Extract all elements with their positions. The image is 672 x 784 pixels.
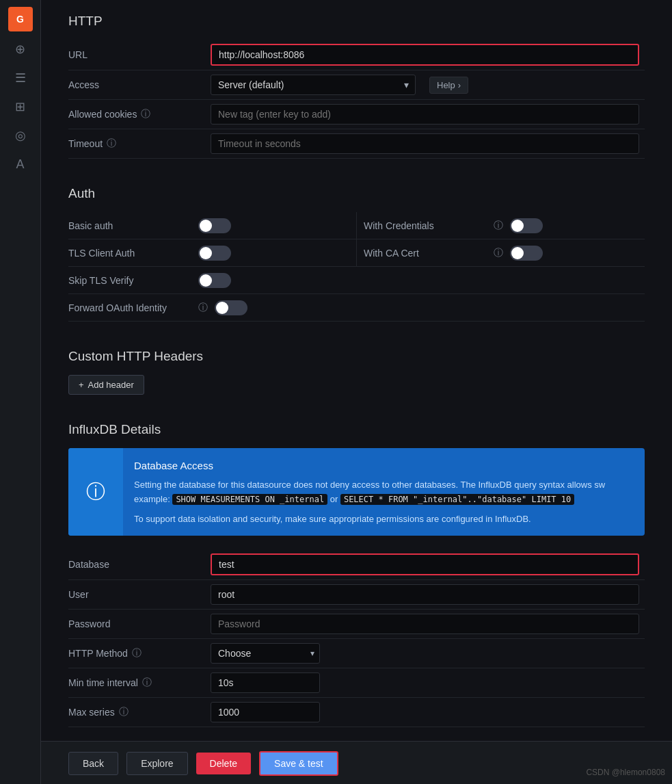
http-method-select[interactable]: Choose GET POST	[211, 643, 320, 664]
access-label: Access	[68, 74, 205, 96]
user-control	[205, 580, 645, 609]
access-control: Server (default) Browser Help ›	[205, 70, 645, 99]
timeout-info-icon[interactable]: ⓘ	[107, 138, 116, 150]
sidebar: G ⊕ ☰ ⊞ ◎ A	[0, 0, 41, 784]
sidebar-icon-menu[interactable]: ☰	[10, 67, 31, 89]
timeout-row: Timeout ⓘ	[68, 129, 645, 159]
password-label: Password	[68, 613, 205, 635]
basic-auth-label: Basic auth	[68, 220, 191, 231]
max-series-label: Max series ⓘ	[68, 701, 205, 724]
auth-row-1: Basic auth With Credentials ⓘ	[68, 212, 645, 239]
with-ca-cert-info-icon[interactable]: ⓘ	[494, 247, 503, 259]
forward-oauth-toggle[interactable]	[215, 300, 247, 315]
max-series-control	[205, 698, 645, 727]
info-code1: SHOW MEASUREMENTS ON _internal	[172, 494, 327, 505]
with-credentials-info-icon[interactable]: ⓘ	[494, 220, 503, 232]
info-box-title: Database Access	[134, 458, 634, 474]
back-button[interactable]: Back	[68, 752, 118, 775]
info-box-content: Database Access Setting the database for…	[123, 448, 645, 536]
sidebar-icon-circle[interactable]: ◎	[10, 125, 31, 146]
add-header-button[interactable]: + Add header	[68, 375, 144, 395]
delete-button[interactable]: Delete	[196, 753, 251, 774]
url-row: URL	[68, 40, 645, 70]
database-input[interactable]	[211, 553, 639, 575]
basic-auth-cell: Basic auth	[68, 213, 349, 239]
with-credentials-toggle[interactable]	[510, 218, 543, 233]
skip-tls-verify-label: Skip TLS Verify	[68, 275, 191, 286]
http-method-control: Choose GET POST	[205, 639, 645, 668]
allowed-cookies-input[interactable]	[211, 104, 639, 125]
http-section-title: HTTP	[68, 14, 645, 29]
help-button[interactable]: Help ›	[429, 77, 468, 94]
database-control	[205, 549, 645, 579]
timeout-input[interactable]	[211, 133, 639, 154]
http-method-info-icon[interactable]: ⓘ	[132, 647, 142, 659]
database-label: Database	[68, 553, 205, 575]
password-control	[205, 610, 645, 638]
auth-row-2: TLS Client Auth With CA Cert ⓘ	[68, 239, 645, 267]
save-test-button[interactable]: Save & test	[259, 751, 338, 776]
info-code2: SELECT * FROM "_internal".."database" LI…	[340, 494, 574, 505]
url-label: URL	[68, 44, 205, 66]
info-box-icon: ⓘ	[68, 448, 123, 536]
with-ca-cert-toggle[interactable]	[510, 246, 543, 261]
timeout-label: Timeout ⓘ	[68, 132, 205, 155]
min-time-control	[205, 668, 645, 697]
sidebar-icon-letter[interactable]: A	[10, 153, 31, 175]
sidebar-logo: G	[8, 7, 33, 31]
forward-oauth-toggle-knob	[216, 302, 228, 314]
auth-section-title: Auth	[68, 186, 645, 201]
forward-oauth-label: Forward OAuth Identity	[68, 302, 191, 313]
tls-client-auth-cell: TLS Client Auth	[68, 240, 349, 266]
max-series-input[interactable]	[211, 702, 320, 722]
tls-client-auth-toggle-knob	[200, 247, 212, 259]
password-input[interactable]	[211, 614, 639, 634]
min-time-info-icon[interactable]: ⓘ	[142, 677, 152, 689]
forward-oauth-info-icon[interactable]: ⓘ	[198, 302, 208, 314]
access-select-wrapper: Server (default) Browser	[211, 75, 416, 95]
max-series-info-icon[interactable]: ⓘ	[119, 706, 129, 718]
info-box-text1: Setting the database for this datasource…	[134, 478, 634, 507]
allowed-cookies-info-icon[interactable]: ⓘ	[141, 108, 150, 120]
max-series-row: Max series ⓘ	[68, 698, 645, 727]
explore-button[interactable]: Explore	[126, 752, 187, 775]
with-ca-cert-label: With CA Cert	[364, 248, 487, 259]
url-input[interactable]	[211, 44, 639, 66]
http-method-select-wrapper: Choose GET POST	[211, 643, 320, 664]
min-time-input[interactable]	[211, 672, 320, 693]
basic-auth-toggle[interactable]	[198, 218, 231, 233]
skip-tls-verify-toggle[interactable]	[198, 273, 231, 288]
sidebar-icon-search[interactable]: ⊕	[10, 38, 31, 60]
min-time-label: Min time interval ⓘ	[68, 671, 205, 694]
database-row: Database	[68, 549, 645, 580]
access-select[interactable]: Server (default) Browser	[211, 75, 416, 95]
with-credentials-cell: With Credentials ⓘ	[364, 213, 645, 239]
auth-divider-2	[356, 239, 357, 266]
allowed-cookies-row: Allowed cookies ⓘ	[68, 100, 645, 129]
allowed-cookies-label: Allowed cookies ⓘ	[68, 103, 205, 126]
skip-tls-verify-cell: Skip TLS Verify	[68, 267, 645, 293]
tls-client-auth-label: TLS Client Auth	[68, 248, 191, 259]
auth-divider-1	[356, 212, 357, 239]
info-box-text2: To support data isolation and security, …	[134, 512, 634, 527]
info-circle-icon: ⓘ	[86, 479, 105, 505]
user-row: User	[68, 580, 645, 610]
basic-auth-toggle-knob	[200, 220, 212, 232]
http-method-row: HTTP Method ⓘ Choose GET POST	[68, 639, 645, 668]
with-ca-cert-toggle-knob	[511, 247, 524, 259]
user-label: User	[68, 584, 205, 605]
with-ca-cert-cell: With CA Cert ⓘ	[364, 240, 645, 266]
sidebar-icon-grid[interactable]: ⊞	[10, 96, 31, 118]
bottom-bar: Back Explore Delete Save & test	[41, 741, 672, 784]
with-credentials-label: With Credentials	[364, 220, 487, 231]
add-header-icon: +	[79, 380, 84, 390]
tls-client-auth-toggle[interactable]	[198, 246, 231, 261]
password-row: Password	[68, 610, 645, 639]
min-time-row: Min time interval ⓘ	[68, 668, 645, 698]
auth-row-4: Forward OAuth Identity ⓘ	[68, 294, 645, 322]
influxdb-section: InfluxDB Details ⓘ Database Access Setti…	[41, 408, 672, 741]
auth-row-3: Skip TLS Verify	[68, 267, 645, 294]
user-input[interactable]	[211, 584, 639, 605]
custom-headers-title: Custom HTTP Headers	[68, 349, 645, 364]
forward-oauth-cell: Forward OAuth Identity ⓘ	[68, 295, 645, 321]
